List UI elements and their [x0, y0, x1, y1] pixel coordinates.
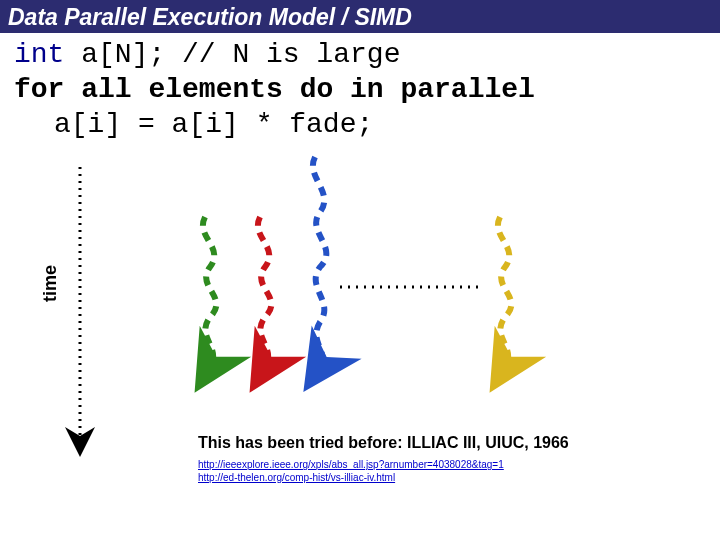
slide-title: Data Parallel Execution Model / SIMD: [8, 4, 412, 30]
thread-squiggle-yellow: [498, 217, 511, 367]
time-axis-label: time: [40, 265, 61, 302]
diagram-canvas: time This has been tried before: ILLIAC …: [0, 142, 720, 482]
code-line-1: int a[N]; // N is large: [14, 37, 706, 72]
code-line-2: for all elements do in parallel: [14, 72, 706, 107]
thread-squiggle-green: [203, 217, 216, 367]
thread-squiggle-red: [258, 217, 271, 367]
reference-link-2[interactable]: http://ed-thelen.org/comp-hist/vs-illiac…: [198, 472, 395, 483]
threads-svg: [0, 142, 720, 482]
code-line-1-rest: a[N]; // N is large: [64, 39, 400, 70]
thread-squiggle-blue: [313, 157, 326, 367]
slide-title-bar: Data Parallel Execution Model / SIMD: [0, 0, 720, 33]
keyword-int: int: [14, 39, 64, 70]
code-block: int a[N]; // N is large for all elements…: [0, 33, 720, 142]
code-line-3: a[i] = a[i] * fade;: [14, 107, 706, 142]
historical-note: This has been tried before: ILLIAC III, …: [198, 434, 569, 452]
reference-link-1[interactable]: http://ieeexplore.ieee.org/xpls/abs_all.…: [198, 459, 504, 470]
reference-links: http://ieeexplore.ieee.org/xpls/abs_all.…: [198, 458, 504, 484]
